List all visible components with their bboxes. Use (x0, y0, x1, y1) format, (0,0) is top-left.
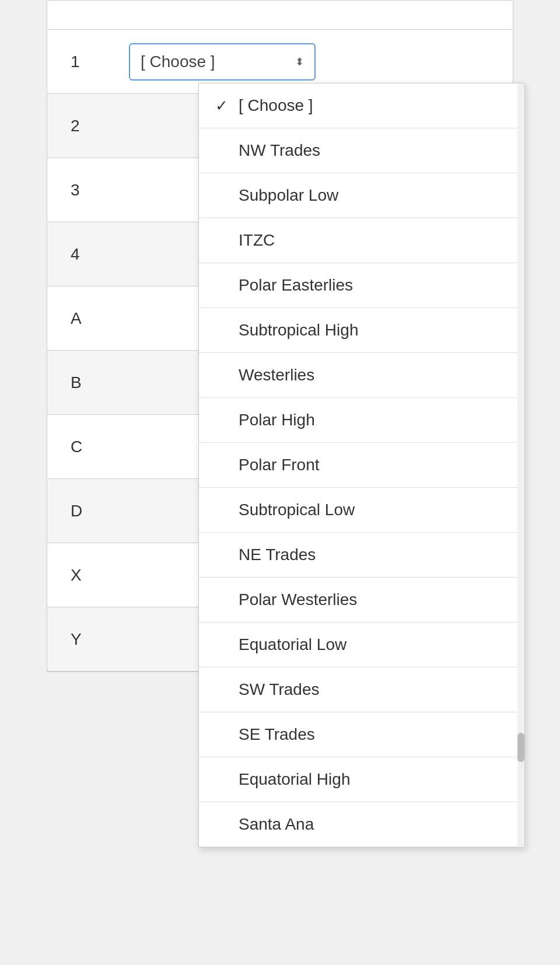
dropdown-item-label: SE Trades (239, 725, 315, 744)
dropdown-item-label: Westerlies (239, 366, 314, 384)
row-label-D: D (47, 502, 117, 520)
row-label-X: X (47, 566, 117, 585)
dropdown-item-subpolar-low[interactable]: Subpolar Low (199, 173, 524, 218)
dropdown-item-polar-westerlies[interactable]: Polar Westerlies (199, 578, 524, 623)
dropdown-item-label: NE Trades (239, 546, 316, 564)
dropdown-menu: ✓ [ Choose ] NW Trades Subpolar Low ITZC… (198, 83, 525, 848)
scrollbar-track (517, 83, 524, 847)
dropdown-item-itzc[interactable]: ITZC (199, 218, 524, 263)
dropdown-item-westerlies[interactable]: Westerlies (199, 353, 524, 398)
dropdown-item-equatorial-low[interactable]: Equatorial Low (199, 623, 524, 667)
top-border (47, 1, 513, 30)
dropdown-item-santa-ana[interactable]: Santa Ana (199, 802, 524, 847)
dropdown-item-sw-trades[interactable]: SW Trades (199, 667, 524, 712)
row-label-A: A (47, 309, 117, 328)
dropdown-item-label: Polar High (239, 411, 315, 429)
dropdown-item-label: SW Trades (239, 680, 319, 699)
dropdown-item-label: ITZC (239, 231, 275, 250)
select-trigger-label: [ Choose ] (141, 53, 289, 71)
row-label-Y: Y (47, 630, 117, 649)
page-container: 1 [ Choose ] ⬍ 2 3 4 A (0, 0, 560, 965)
row-label-B: B (47, 373, 117, 392)
dropdown-item-label: Santa Ana (239, 815, 314, 834)
row-label-2: 2 (47, 117, 117, 135)
dropdown-item-label: Polar Easterlies (239, 276, 353, 295)
dropdown-item-label: Subtropical Low (239, 501, 355, 519)
dropdown-item-label: [ Choose ] (239, 96, 313, 115)
dropdown-item-label: Polar Front (239, 456, 320, 474)
dropdown-item-ne-trades[interactable]: NE Trades (199, 533, 524, 578)
dropdown-item-label: Polar Westerlies (239, 590, 357, 609)
dropdown-item-label: Equatorial Low (239, 635, 346, 654)
dropdown-item-label: Subpolar Low (239, 186, 338, 205)
dropdown-item-choose[interactable]: ✓ [ Choose ] (199, 83, 524, 128)
dropdown-item-se-trades[interactable]: SE Trades (199, 712, 524, 757)
dropdown-item-subtropical-low[interactable]: Subtropical Low (199, 488, 524, 533)
dropdown-item-label: Subtropical High (239, 321, 358, 340)
chevron-icon: ⬍ (295, 55, 304, 68)
dropdown-item-label: NW Trades (239, 141, 320, 160)
row-label-4: 4 (47, 245, 117, 264)
dropdown-item-equatorial-high[interactable]: Equatorial High (199, 757, 524, 802)
dropdown-item-label: Equatorial High (239, 770, 350, 789)
select-dropdown-trigger[interactable]: [ Choose ] ⬍ (129, 43, 316, 81)
dropdown-item-subtropical-high[interactable]: Subtropical High (199, 308, 524, 353)
dropdown-item-nw-trades[interactable]: NW Trades (199, 128, 524, 173)
scrollbar-thumb[interactable] (517, 733, 524, 762)
dropdown-item-polar-easterlies[interactable]: Polar Easterlies (199, 263, 524, 308)
dropdown-item-polar-front[interactable]: Polar Front (199, 443, 524, 488)
row-label-C: C (47, 438, 117, 456)
row-label-1: 1 (47, 53, 117, 71)
dropdown-item-polar-high[interactable]: Polar High (199, 398, 524, 443)
row-label-3: 3 (47, 181, 117, 200)
checkmark-icon: ✓ (215, 97, 233, 115)
